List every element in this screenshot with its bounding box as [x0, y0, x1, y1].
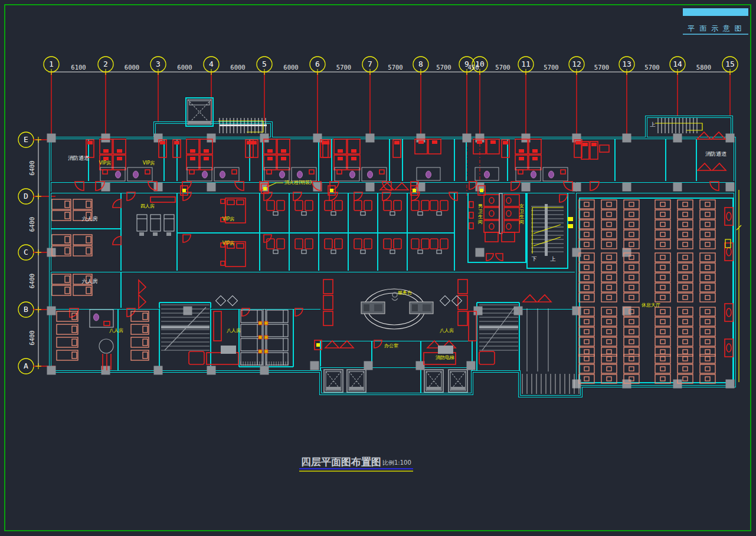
toilet-icon	[280, 171, 285, 178]
pillow	[237, 200, 244, 205]
desk-icon	[678, 364, 693, 373]
grid-row-letter: C	[24, 248, 28, 257]
desk-chair	[683, 320, 688, 324]
grid-row-letter: A	[24, 361, 28, 370]
door-swing-icon	[374, 340, 382, 348]
corner-title-label: 平 面 示 意 图	[688, 24, 742, 32]
desk-icon	[700, 293, 715, 302]
desk-icon	[601, 283, 617, 292]
desk-icon	[655, 210, 670, 219]
desk-icon	[678, 240, 693, 249]
pillow	[65, 236, 70, 243]
panel-box	[725, 239, 731, 248]
side-table	[361, 212, 365, 215]
door-arc	[75, 182, 84, 190]
desk-icon	[601, 307, 617, 316]
lounge-chair-icon	[277, 200, 284, 211]
grid-row-letter: E	[24, 135, 28, 144]
grid-column-number: 5	[262, 60, 267, 68]
side-table	[418, 250, 423, 254]
desk-icon	[624, 347, 639, 356]
side-table	[273, 212, 278, 215]
person-icon	[392, 298, 398, 301]
desk-chair	[607, 285, 611, 290]
toilet-icon	[350, 171, 355, 178]
door-arc	[374, 340, 382, 348]
toilet-icon	[506, 211, 511, 216]
door-arc	[242, 308, 250, 316]
desk-icon	[700, 273, 715, 282]
double-door-icon	[139, 280, 146, 308]
sofa-icon	[323, 295, 333, 310]
fire-hydrant-mark	[413, 189, 416, 192]
sofa-icon	[458, 311, 467, 325]
structural-column	[47, 134, 56, 143]
side-table	[437, 250, 441, 254]
desk-chair	[629, 202, 634, 206]
side-table	[302, 250, 306, 254]
corridor-lines	[527, 308, 548, 371]
lounge-chair-icon	[354, 200, 362, 211]
grid-column-number: 6	[315, 60, 320, 68]
lounge-chair-icon	[411, 200, 419, 211]
room-label-yellow: 消火栓(明装)	[284, 180, 312, 185]
column-span-dimension: 6000	[177, 64, 192, 71]
desk-icon	[678, 263, 693, 272]
elevator-cross	[188, 100, 211, 124]
stair-treads	[522, 374, 579, 394]
desk-chair	[607, 340, 611, 344]
leader-line	[269, 183, 283, 186]
grid-column-number: 12	[572, 60, 581, 68]
desk-icon	[700, 283, 715, 292]
desk-chair	[629, 265, 634, 269]
pillow	[281, 149, 286, 153]
grid-column-number: 3	[156, 60, 161, 68]
tv-stand	[221, 346, 236, 354]
desk-chair	[705, 310, 710, 314]
room-label-yellow: 女卫生间	[519, 203, 524, 225]
desk-icon	[700, 327, 715, 336]
desk-chair	[629, 222, 634, 226]
toilet-stall	[484, 195, 499, 206]
round-table	[99, 339, 113, 353]
door-arc	[559, 195, 567, 202]
door-arc	[382, 192, 391, 200]
desk-icon	[601, 253, 617, 262]
door-arc	[411, 192, 420, 200]
desk-icon	[624, 273, 639, 282]
title-bar	[683, 8, 748, 16]
nightstand	[221, 199, 225, 203]
toilet-icon	[220, 171, 225, 178]
tv-cabinet	[150, 197, 175, 202]
desk-chair	[660, 295, 665, 300]
urinal-icon	[469, 223, 473, 229]
door-arc	[127, 192, 135, 200]
table-icon	[440, 296, 450, 306]
desk-chair	[683, 265, 688, 269]
structural-column	[47, 248, 56, 257]
grid-column-number: 14	[673, 60, 682, 68]
recliner-icon	[725, 339, 733, 357]
room-label-yellow: 消防电梯	[436, 355, 454, 360]
lounge-chair-icon	[325, 200, 332, 211]
nightstand	[221, 261, 225, 265]
column-span-dimension: 5700	[495, 64, 510, 71]
desk-icon	[624, 283, 639, 292]
desk-chair	[629, 330, 634, 334]
desk-icon	[624, 240, 639, 249]
pillow	[143, 352, 148, 359]
door-leaf	[139, 295, 146, 308]
stair-path	[655, 123, 702, 130]
desk-icon	[655, 220, 670, 229]
desk-chair	[584, 265, 589, 269]
desk-chair	[660, 320, 665, 324]
lounge-chair-icon	[325, 239, 332, 249]
door-arc	[590, 182, 599, 190]
desk-chair	[705, 255, 710, 259]
row-span-dimension: 6400	[28, 217, 35, 232]
desk-chair	[584, 222, 589, 226]
column-span-dimension: 6000	[283, 64, 298, 71]
toilet-stall	[502, 232, 515, 242]
desk-chair	[683, 377, 688, 381]
lounge-chair-icon	[384, 239, 391, 249]
